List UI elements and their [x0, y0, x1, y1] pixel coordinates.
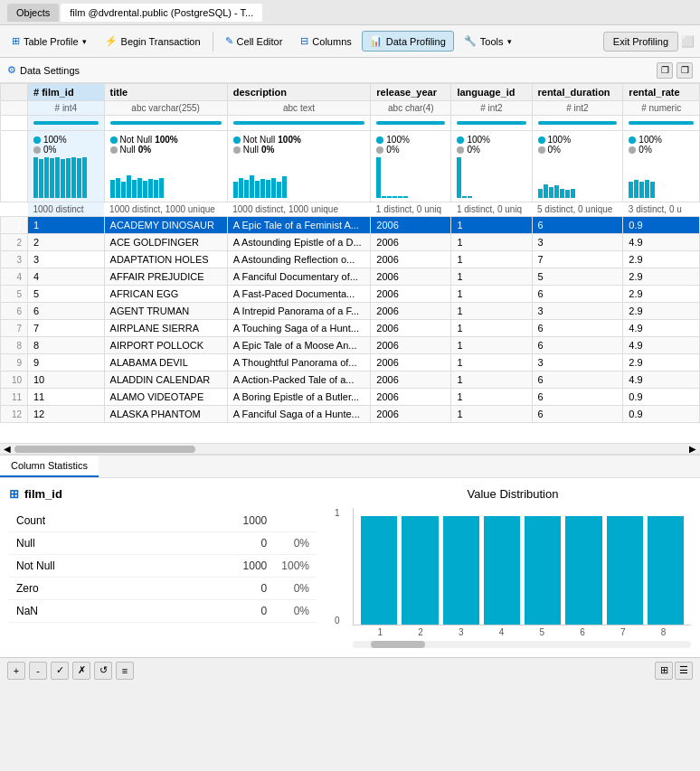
list-view-button[interactable]: ☰ — [675, 662, 693, 680]
expand-button[interactable]: ❒ — [676, 62, 693, 79]
tab-objects[interactable]: Objects — [7, 4, 59, 22]
cell-editor-icon: ✎ — [225, 35, 233, 47]
data-table: # film_id title description release_year… — [0, 83, 700, 423]
chart-section: Value Distribution 1 0 12345678 — [335, 487, 691, 648]
scroll-thumb[interactable] — [14, 446, 195, 453]
scroll-right-arrow[interactable]: ▶ — [689, 444, 696, 454]
grid-view-button[interactable]: ⊞ — [655, 662, 673, 680]
table-row[interactable]: 1010ALADDIN CALENDARA Action-Packed Tale… — [1, 371, 700, 389]
stat-row: NaN00% — [9, 600, 317, 623]
stats-rental_rate: 100% 0% — [623, 131, 700, 202]
cell-editor-button[interactable]: ✎ Cell Editor — [217, 31, 291, 52]
distinct-rental_duration: 5 distinct, 0 unique — [532, 202, 623, 217]
table-row[interactable]: 77AIRPLANE SIERRAA Touching Saga of a Hu… — [1, 320, 700, 337]
stat-row: Zero00% — [9, 578, 317, 600]
confirm-button[interactable]: ✓ — [51, 662, 69, 680]
stats-column-title: ⊞ film_id — [9, 487, 317, 501]
delete-row-button[interactable]: - — [29, 662, 47, 680]
row-num-header — [1, 84, 28, 101]
toolbar: ⊞ Table Profile ▾ ⚡ Begin Transaction ✎ … — [0, 25, 700, 58]
begin-transaction-button[interactable]: ⚡ Begin Transaction — [97, 31, 209, 52]
exit-profiling-button[interactable]: Exit Profiling — [603, 32, 678, 52]
col-description[interactable]: description — [227, 84, 371, 101]
status-bar: + - ✓ ✗ ↺ ≡ ⊞ ☰ — [0, 657, 700, 682]
table-profile-button[interactable]: ⊞ Table Profile ▾ — [4, 31, 95, 52]
chart-bar — [361, 516, 397, 625]
data-profiling-button[interactable]: 📊 Data Profiling — [362, 31, 454, 52]
profile-row-num — [1, 116, 28, 131]
bottom-content: ⊞ film_id Count1000Null00%Not Null100010… — [0, 478, 700, 657]
refresh-button[interactable]: ↺ — [94, 662, 112, 680]
type-rental_rate: # numeric — [623, 101, 700, 116]
row-num-type — [1, 101, 28, 116]
y-axis: 1 0 — [335, 508, 340, 625]
stats-section: ⊞ film_id Count1000Null00%Not Null100010… — [9, 487, 317, 648]
profile-language_id — [451, 116, 532, 131]
distinct-rental_rate: 3 distinct, 0 u — [623, 202, 700, 217]
chart-wrapper: 1 0 12345678 — [335, 508, 691, 648]
distinct-language_id: 1 distinct, 0 uniq — [451, 202, 532, 217]
secondary-bar: ⚙ Data Settings ❐ ❒ — [0, 58, 700, 83]
bottom-tabs: Column Statistics — [0, 456, 700, 478]
table-row[interactable]: 1212ALASKA PHANTOMA Fanciful Saga of a H… — [1, 406, 700, 423]
table-row[interactable]: 33ADAPTATION HOLESA Astounding Reflectio… — [1, 251, 700, 268]
table-row[interactable]: 99ALABAMA DEVILA Thoughtful Panorama of.… — [1, 354, 700, 371]
restore-button[interactable]: ❐ — [657, 62, 673, 79]
chart-scroll-thumb[interactable] — [371, 641, 425, 648]
columns-button[interactable]: ⊟ Columns — [292, 31, 359, 52]
table-row[interactable]: 66AGENT TRUMANA Intrepid Panorama of a F… — [1, 303, 700, 320]
script-button[interactable]: ≡ — [116, 662, 134, 680]
col-title[interactable]: title — [104, 84, 227, 101]
chart-bar — [648, 516, 684, 625]
column-type-row: # int4 abc varchar(255) abc text abc cha… — [1, 101, 700, 116]
table-row[interactable]: 55AFRICAN EGGA Fast-Paced Documenta...20… — [1, 286, 700, 303]
stats-film_id: 100% 0% — [28, 131, 105, 202]
table-row[interactable]: 44AFFAIR PREJUDICEA Fanciful Documentary… — [1, 268, 700, 286]
profiling-icon: 📊 — [370, 35, 383, 47]
toolbar-right: Exit Profiling ⬜ — [603, 32, 696, 52]
col-rental_duration[interactable]: rental_duration — [532, 84, 623, 101]
chart-bar — [443, 516, 479, 625]
scroll-left-arrow[interactable]: ◀ — [4, 444, 11, 454]
columns-icon: ⊟ — [300, 35, 308, 47]
add-row-button[interactable]: + — [7, 662, 25, 680]
col-rental_rate[interactable]: rental_rate — [623, 84, 700, 101]
cancel-button[interactable]: ✗ — [72, 662, 90, 680]
col-film_id[interactable]: # film_id — [28, 84, 105, 101]
bar-chart — [353, 508, 691, 625]
distinct-film_id: 1000 distinct — [28, 202, 105, 217]
profile-rental_rate — [623, 116, 700, 131]
col-language_id[interactable]: language_id — [451, 84, 532, 101]
table-row[interactable]: 88AIRPORT POLLOCKA Epic Tale of a Moose … — [1, 337, 700, 354]
stat-row: Null00% — [9, 532, 317, 555]
data-settings-title: ⚙ Data Settings — [7, 64, 80, 76]
stat-row: Not Null1000100% — [9, 555, 317, 578]
table-row[interactable]: 11ACADEMY DINOSAURA Epic Tale of a Femin… — [1, 217, 700, 234]
col-release_year[interactable]: release_year — [371, 84, 451, 101]
maximize-button[interactable]: ⬜ — [678, 33, 696, 51]
chart-scrollbar[interactable] — [353, 641, 691, 648]
tab-film[interactable]: film @dvdrental.public (PostgreSQL) - T.… — [61, 4, 262, 22]
distinct-title: 1000 distinct, 1000 unique — [104, 202, 227, 217]
title-bar: Objects film @dvdrental.public (PostgreS… — [0, 0, 700, 25]
x-axis-labels: 12345678 — [353, 625, 691, 637]
stats-language_id: 100% 0% — [451, 131, 532, 202]
type-release_year: abc char(4) — [371, 101, 451, 116]
data-table-container[interactable]: # film_id title description release_year… — [0, 83, 700, 443]
table-row[interactable]: 1111ALAMO VIDEOTAPEA Boring Epistle of a… — [1, 389, 700, 406]
profile-stats-row: 100% 0% — [1, 131, 700, 202]
view-buttons: ⊞ ☰ — [655, 662, 693, 680]
bottom-panel: Column Statistics ⊞ film_id Count1000Nul… — [0, 454, 700, 657]
tab-column-statistics[interactable]: Column Statistics — [0, 456, 99, 477]
tools-chevron-icon: ▾ — [507, 37, 512, 46]
table-icon: ⊞ — [12, 35, 20, 47]
type-language_id: # int2 — [451, 101, 532, 116]
tools-button[interactable]: 🔧 Tools ▾ — [456, 31, 520, 52]
stats-title: Not Null 100% Null 0% — [104, 131, 227, 202]
chart-title: Value Distribution — [335, 487, 691, 501]
table-row[interactable]: 22ACE GOLDFINGERA Astounding Epistle of … — [1, 234, 700, 251]
horizontal-scrollbar[interactable]: ◀ ▶ — [0, 443, 700, 454]
profile-title — [104, 116, 227, 131]
type-description: abc text — [227, 101, 371, 116]
transaction-icon: ⚡ — [105, 35, 118, 47]
